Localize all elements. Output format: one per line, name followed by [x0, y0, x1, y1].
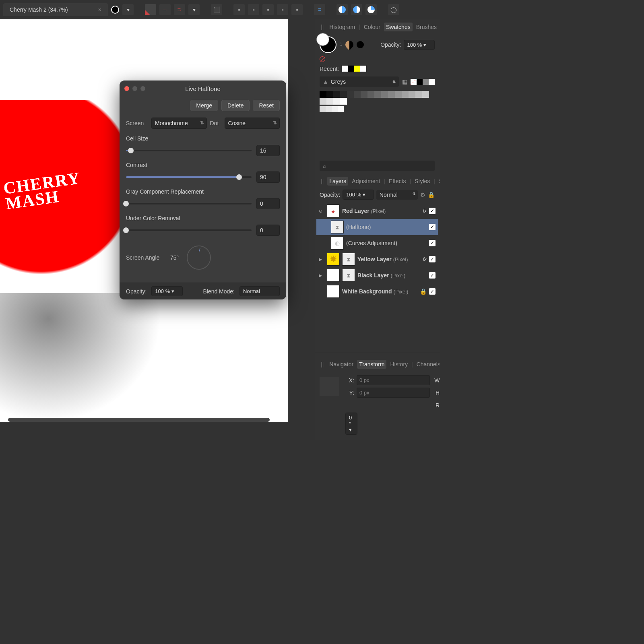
grey-swatch[interactable]: [326, 106, 332, 112]
layer-yellow[interactable]: ▶ ✸ ⧗ Yellow Layer (Pixel) fx ✓: [316, 251, 438, 267]
tab-stock[interactable]: Stock: [437, 177, 440, 186]
layer-blend-select[interactable]: Normal⇅: [376, 190, 418, 200]
visibility-checkbox[interactable]: ✓: [429, 240, 436, 246]
grey-swatch[interactable]: [388, 91, 395, 98]
grey-swatch[interactable]: [354, 91, 361, 98]
grey-swatch[interactable]: [332, 106, 338, 112]
grey-swatch[interactable]: [367, 91, 374, 98]
palette-select[interactable]: ▲ Greys ⇅: [320, 76, 399, 87]
grey-swatch[interactable]: [333, 98, 340, 105]
expand-icon[interactable]: ▶: [319, 257, 324, 262]
ucr-slider[interactable]: [126, 229, 252, 231]
layer-opacity-select[interactable]: 100 % ▾: [343, 190, 374, 200]
grey-swatch[interactable]: [340, 98, 347, 105]
delete-button[interactable]: Delete: [221, 100, 250, 111]
grey-swatch[interactable]: [340, 91, 347, 98]
gcr-input[interactable]: [256, 198, 280, 209]
sample-color[interactable]: [357, 41, 364, 48]
arrange-2[interactable]: ▫: [248, 4, 259, 15]
minimize-window-icon[interactable]: [132, 86, 137, 91]
zoom-window-icon[interactable]: [140, 86, 145, 91]
dialog-titlebar[interactable]: Live Halftone: [120, 80, 286, 97]
visibility-checkbox[interactable]: ✓: [429, 256, 436, 262]
lock-icon[interactable]: 🔒: [428, 192, 435, 198]
dot-select[interactable]: Cosine: [225, 118, 280, 129]
grey-swatch[interactable]: [326, 98, 333, 105]
align-icon[interactable]: ≡: [314, 4, 325, 15]
expand-icon[interactable]: ▶: [319, 273, 324, 278]
visibility-checkbox[interactable]: ✓: [429, 224, 436, 230]
gcr-slider[interactable]: [126, 203, 252, 204]
color-selector[interactable]: [320, 36, 336, 53]
grid-view-icon[interactable]: ▦: [402, 78, 407, 85]
screen-select[interactable]: Monochrome: [151, 118, 207, 129]
grey-swatch[interactable]: [395, 91, 402, 98]
magnet-icon[interactable]: ⊃: [174, 4, 185, 15]
tab-swatches[interactable]: Swatches: [384, 23, 413, 31]
arrange-5[interactable]: ▫: [291, 4, 303, 15]
tab-history[interactable]: History: [388, 360, 410, 369]
merge-button[interactable]: Merge: [190, 100, 218, 111]
grey-swatch[interactable]: [402, 91, 409, 98]
layer-white-bg[interactable]: White Background (Pixel) 🔒 ✓: [316, 283, 438, 299]
arrange-3[interactable]: ▫: [262, 4, 274, 15]
assistant-icon[interactable]: ⬛: [211, 4, 222, 15]
snap-icon[interactable]: →: [159, 4, 171, 15]
grey-swatch[interactable]: [347, 91, 354, 98]
anchor-selector[interactable]: [320, 377, 339, 396]
dropdown-button[interactable]: ▾: [122, 4, 134, 15]
visibility-checkbox[interactable]: ✓: [429, 208, 436, 214]
mid-swatch[interactable]: [423, 79, 429, 85]
grey-swatch[interactable]: [338, 106, 344, 112]
visibility-checkbox[interactable]: ✓: [429, 288, 436, 295]
layer-halftone[interactable]: ⧗ (Halftone) ✓: [316, 219, 438, 235]
recent-swatch[interactable]: [348, 66, 354, 72]
black-swatch[interactable]: [417, 79, 423, 85]
fx-icon[interactable]: fx: [423, 208, 427, 214]
grey-swatch[interactable]: [361, 91, 367, 98]
grey-swatch[interactable]: [333, 91, 340, 98]
grid-icon[interactable]: [145, 4, 156, 15]
recent-swatch[interactable]: [360, 66, 366, 72]
layer-red[interactable]: ⊙ ✦ Red Layer (Pixel) fx ✓: [316, 203, 438, 219]
grey-swatch[interactable]: [320, 98, 326, 105]
close-icon[interactable]: ×: [98, 6, 101, 13]
collapse-icon[interactable]: ⊙: [319, 208, 324, 214]
fx-icon[interactable]: fx: [423, 256, 427, 262]
swatch-opacity-select[interactable]: 100 % ▾: [404, 40, 435, 50]
s-input[interactable]: 0 ° ▾: [345, 413, 357, 435]
tab-histogram[interactable]: Histogram: [327, 23, 357, 31]
grey-swatch[interactable]: [381, 91, 388, 98]
contrast-input[interactable]: [256, 171, 280, 183]
layer-black[interactable]: ▶ ⧗ Black Layer (Pixel) ✓: [316, 267, 438, 283]
arrange-1[interactable]: ▫: [233, 4, 245, 15]
arrange-4[interactable]: ▫: [277, 4, 288, 15]
grey-swatch[interactable]: [409, 91, 415, 98]
grey-swatch[interactable]: [374, 91, 381, 98]
tab-styles[interactable]: Styles: [413, 177, 432, 186]
tab-effects[interactable]: Effects: [387, 177, 408, 186]
eyedropper-icon[interactable]: [344, 39, 355, 50]
fill-color-button[interactable]: [111, 6, 119, 14]
angle-dial[interactable]: [187, 246, 211, 270]
tab-colour[interactable]: Colour: [362, 23, 382, 31]
visibility-checkbox[interactable]: ✓: [429, 272, 436, 279]
grey-swatch[interactable]: [415, 91, 422, 98]
account-icon[interactable]: ◯: [388, 4, 399, 15]
dlg-opacity-select[interactable]: 100 % ▾: [151, 286, 183, 296]
boolean-1[interactable]: [336, 4, 348, 15]
grey-swatch[interactable]: [422, 91, 429, 98]
y-input[interactable]: [357, 388, 430, 398]
ucr-input[interactable]: [256, 225, 280, 236]
reset-button[interactable]: Reset: [253, 100, 280, 111]
cellsize-input[interactable]: [256, 145, 280, 156]
cellsize-slider[interactable]: [126, 150, 252, 151]
grey-swatch[interactable]: [320, 106, 326, 112]
tab-transform[interactable]: Transform: [357, 360, 386, 369]
horizontal-scrollbar[interactable]: [8, 418, 270, 422]
none-swatch[interactable]: [411, 79, 417, 85]
contrast-slider[interactable]: [126, 176, 252, 178]
tab-navigator[interactable]: Navigator: [327, 360, 355, 369]
dropdown2[interactable]: ▾: [188, 4, 200, 15]
tab-brushes[interactable]: Brushes: [414, 23, 439, 31]
